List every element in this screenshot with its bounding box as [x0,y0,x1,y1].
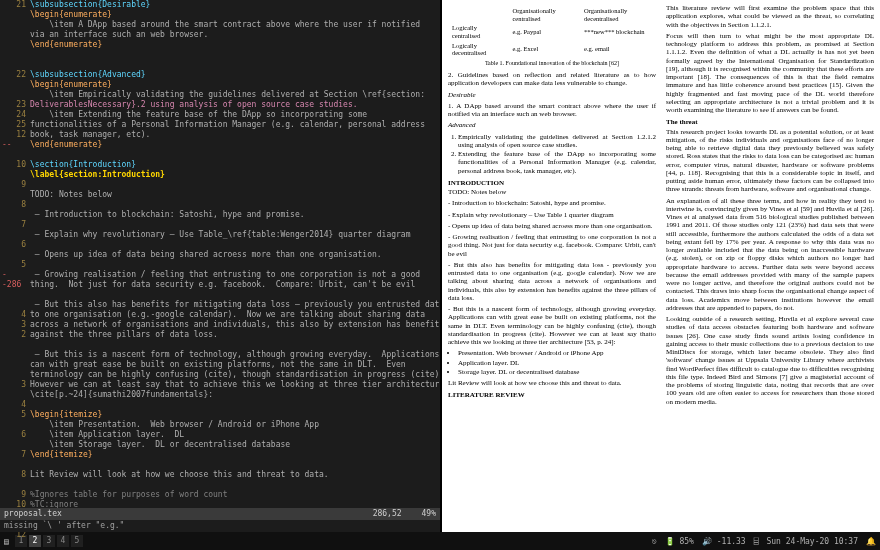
volume-indicator[interactable]: 🔊 -11.33 [702,537,746,546]
threat-p: An explanation of all these three terms,… [666,197,874,313]
tray-icon[interactable]: ⎋ [652,537,657,546]
workspace-5[interactable]: 5 [71,535,83,547]
desirable-heading: Desirable [448,91,476,99]
workspace-4[interactable]: 4 [57,535,69,547]
advanced-heading: Advanced [448,121,476,129]
intro-todo: TODO: Notes below [448,188,656,196]
vim-messageline: missing `\ ' after "e.g." [0,520,440,532]
line-number-gutter: 212223242512--1098765--28643234567891011… [0,0,30,508]
intro-itemize: Presentation. Web browser / Android or i… [458,349,656,376]
code-area[interactable]: \subsubsection{Desirable}\begin{enumerat… [30,0,440,508]
intro-bullet: - But this is a nascent form of technolo… [448,305,656,346]
notification-icon[interactable]: 🔔 [866,537,876,546]
desirable-item: 1. A DApp based around the smart contrac… [448,102,656,119]
threat-p: This research project looks towards DL a… [666,128,874,194]
lit-p: This literature review will first examin… [666,4,874,29]
system-tray[interactable]: ⎋ 🔋 85% 🔊 -11.33 ⌸ Sun 24-May-20 10:37 🔔 [652,537,876,546]
lit-p: Focus will then turn to what might be th… [666,32,874,115]
vim-statusline: proposal.tex 286,52 49% [0,508,440,520]
workspace-2[interactable]: 2 [29,535,41,547]
clock[interactable]: Sun 24-May-20 10:37 [766,537,858,546]
intro-bullet: - Opens up idea of data being shared acr… [448,222,656,230]
threat-p: Looking outside of a research setting, H… [666,315,874,406]
workspace-3[interactable]: 3 [43,535,55,547]
intro-bullet: - Explain why revolutionary – Use Table … [448,211,656,219]
status-filename: proposal.tex [4,508,373,520]
status-cursor-pos: 286,52 [373,508,402,520]
network-icon[interactable]: ⌸ [754,537,759,546]
introduction-heading: INTRODUCTION [448,179,656,187]
pdf-table: Organisationally centralisedOrganisation… [448,6,656,58]
table-caption: Table 1. Foundational innovation of the … [448,60,656,67]
threat-heading: The threat [666,118,874,126]
vim-editor-pane[interactable]: 212223242512--1098765--28643234567891011… [0,0,440,532]
lit-review-heading: LITERATURE REVIEW [448,391,656,399]
battery-indicator[interactable]: 🔋 85% [665,537,694,546]
intro-closing: Lit Review will look at how we choose th… [448,379,656,387]
status-percent: 49% [422,508,436,520]
necessary-item: 2. Guidelines based on reflection and re… [448,71,656,88]
pdf-preview-pane[interactable]: Organisationally centralisedOrganisation… [442,0,880,532]
intro-bullet: - But this also has benefits for mitigat… [448,261,656,302]
taskbar[interactable]: ▤ 12345 ⎋ 🔋 85% 🔊 -11.33 ⌸ Sun 24-May-20… [0,532,880,550]
advanced-list: Empirically validating the guidelines de… [458,133,656,175]
intro-bullet: - Growing realisation / feeling that ent… [448,233,656,258]
intro-bullet: - Introduction to blockchain: Satoshi, h… [448,199,656,207]
